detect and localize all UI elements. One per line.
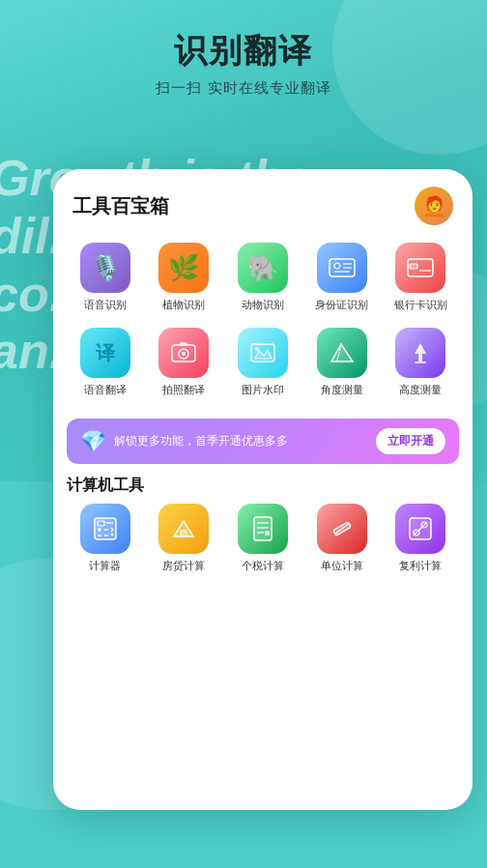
svg-rect-6 — [410, 264, 417, 269]
tool-id-icon — [317, 243, 367, 293]
tool-loan-label: 房贷计算 — [162, 559, 205, 573]
tool-photo-translate[interactable]: 拍照翻译 — [146, 328, 223, 397]
svg-rect-29 — [254, 517, 272, 540]
tool-tax-label: 个税计算 — [242, 559, 284, 573]
tool-height-icon — [395, 328, 445, 378]
tool-plant-label: 植物识别 — [162, 298, 205, 312]
tool-voice-translate-icon: 译 — [80, 328, 130, 378]
svg-point-10 — [182, 352, 186, 356]
tool-compound-icon — [395, 504, 445, 554]
tool-image-watermark[interactable]: 图片水印 — [224, 328, 301, 397]
svg-rect-27 — [181, 531, 186, 536]
promo-text: 解锁更多功能，首季开通优惠多多 — [114, 433, 368, 449]
tools-grid-row1: 🎙️ 语音识别 🌿 植物识别 🐘 动物识别 — [67, 235, 459, 320]
tool-animal-recognition[interactable]: 🐘 动物识别 — [224, 243, 301, 312]
tools-grid-row2: 译 语音翻译 拍照翻译 — [67, 320, 459, 405]
tool-bank-icon — [395, 243, 445, 293]
tool-unit-label: 单位计算 — [321, 559, 363, 573]
avatar[interactable]: 🧑‍🦰 — [415, 187, 453, 225]
tool-tax-calc[interactable]: 个税计算 — [224, 504, 301, 573]
tool-height-label: 高度测量 — [399, 383, 442, 397]
tool-watermark-icon — [238, 328, 288, 378]
tool-compound-calc[interactable]: 复利计算 — [382, 504, 459, 573]
tool-bank-label: 银行卡识别 — [394, 298, 447, 312]
tool-voice-translate-label: 语音翻译 — [84, 383, 127, 397]
tool-animal-icon: 🐘 — [238, 243, 288, 293]
page-title: 识别翻译 — [0, 29, 487, 73]
svg-rect-33 — [265, 531, 270, 535]
tools-section: 🎙️ 语音识别 🌿 植物识别 🐘 动物识别 — [53, 235, 473, 415]
svg-rect-14 — [415, 362, 426, 363]
tool-height-measure[interactable]: 高度测量 — [382, 328, 459, 397]
page-subtitle: 扫一扫 实时在线专业翻译 — [0, 79, 487, 98]
card-header: 工具百宝箱 🧑‍🦰 — [53, 169, 473, 235]
tool-angle-label: 角度测量 — [321, 383, 363, 397]
calc-tools-grid: 计算器 房贷计算 — [53, 504, 473, 583]
avatar-emoji: 🧑‍🦰 — [422, 194, 446, 217]
tool-calc-label: 计算器 — [89, 559, 121, 573]
tool-voice-recognition[interactable]: 🎙️ 语音识别 — [67, 243, 144, 312]
promo-gem-icon: 💎 — [80, 429, 106, 454]
tool-unit-calc[interactable]: 单位计算 — [303, 504, 381, 573]
tool-photo-translate-icon — [158, 328, 209, 378]
tool-voice-translate[interactable]: 译 语音翻译 — [67, 328, 144, 397]
tool-tax-icon — [238, 504, 288, 554]
promo-banner[interactable]: 💎 解锁更多功能，首季开通优惠多多 立即开通 — [67, 419, 459, 464]
tool-id-label: 身份证识别 — [315, 298, 368, 312]
tool-plant-recognition[interactable]: 🌿 植物识别 — [146, 243, 223, 312]
tool-compound-label: 复利计算 — [399, 559, 442, 573]
svg-point-1 — [334, 263, 340, 269]
tool-photo-translate-label: 拍照翻译 — [162, 383, 205, 397]
svg-rect-11 — [180, 342, 187, 346]
calc-section-title: 计算机工具 — [53, 476, 473, 504]
phone-card: 工具百宝箱 🧑‍🦰 🎙️ 语音识别 🌿 植物识别 🐘 动物识别 — [53, 169, 473, 810]
tool-angle-measure[interactable]: 角度测量 — [303, 328, 381, 397]
header-section: 识别翻译 扫一扫 实时在线专业翻译 — [0, 29, 487, 98]
svg-point-13 — [255, 347, 259, 351]
tool-angle-icon — [317, 328, 367, 378]
tool-animal-label: 动物识别 — [242, 298, 284, 312]
tool-plant-icon: 🌿 — [158, 243, 209, 293]
tool-calculator[interactable]: 计算器 — [67, 504, 144, 573]
tool-calc-icon — [80, 504, 130, 554]
promo-button[interactable]: 立即开通 — [376, 428, 445, 454]
card-title: 工具百宝箱 — [72, 193, 169, 219]
tool-loan-calc[interactable]: 房贷计算 — [146, 504, 223, 573]
tool-voice-icon: 🎙️ — [80, 243, 130, 293]
tool-id-recognition[interactable]: 身份证识别 — [303, 243, 381, 312]
tool-loan-icon — [158, 504, 209, 554]
tool-watermark-label: 图片水印 — [242, 383, 284, 397]
tool-unit-icon — [317, 504, 367, 554]
tool-voice-label: 语音识别 — [84, 298, 127, 312]
tool-bank-recognition[interactable]: 银行卡识别 — [382, 243, 459, 312]
